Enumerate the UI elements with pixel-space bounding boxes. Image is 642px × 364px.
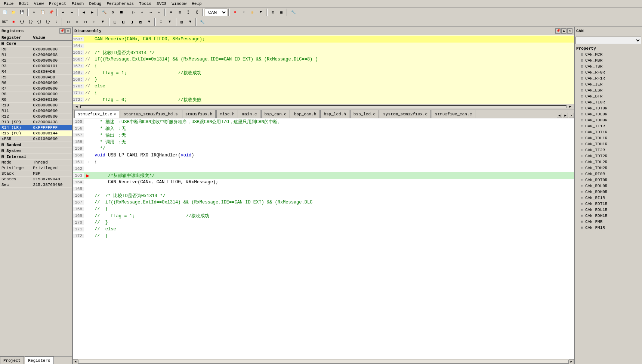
tab-misc[interactable]: misc.h [216,110,238,118]
can-instance-dropdown[interactable] [575,37,641,44]
menu-file[interactable]: File [1,1,16,7]
reg-mode[interactable]: Mode [0,160,31,165]
reg-r14lr[interactable]: R14 (LR) [0,125,31,131]
tab-next[interactable]: ▶ [563,113,568,118]
code-area[interactable]: 155 * 描述 ：USB中断和CAN接收中断服务程序，USB跟CAN公用I/O… [73,118,574,359]
tab-registers-side[interactable]: Registers [25,357,53,364]
can-reg-RDH0R[interactable]: ⊞ CAN_RDH0R [575,189,642,195]
can-reg-RDL1R[interactable]: ⊞ CAN_RDL1R [575,207,642,213]
tb-watch5[interactable]: ▼ [145,18,153,26]
reg-r5[interactable]: R5 [0,75,31,80]
can-reg-MSR[interactable]: ⊞ CAN_MSR [575,57,642,63]
can-reg-TSR[interactable]: ⊞ CAN_TSR [575,63,642,69]
disasm-pin[interactable]: 📌 [555,28,561,34]
tb-step-into[interactable]: ↓ [52,18,61,26]
disasm-expand[interactable]: ▲ [561,28,567,34]
tb-build[interactable]: 🔨 [100,8,108,16]
reg-stack[interactable]: Stack [0,171,31,177]
tab-can-c[interactable]: stm32f10x_can.c [432,110,475,118]
tb-bp[interactable]: ◎ [248,8,256,16]
tb-brk3[interactable]: {} [35,18,43,26]
tb-perf2[interactable]: ▼ [186,18,194,26]
tb-copy[interactable]: 📋 [38,8,47,16]
tb-mem1[interactable]: □ [157,18,165,26]
tb-redo[interactable]: ↪ [68,8,76,16]
reg-xpsr[interactable]: xPSR [0,136,31,142]
tb-ins1[interactable]: ≡ [167,8,175,16]
tab-close-all[interactable]: ✕ [569,113,574,118]
tb-save[interactable]: 💾 [18,8,26,16]
can-reg-RF0R[interactable]: ⊞ CAN_RF0R [575,69,642,75]
registers-close[interactable]: ✕ [65,28,71,34]
reg-r8[interactable]: R8 [0,91,31,97]
tb-stop[interactable]: ⏹ [117,8,126,16]
menu-tools[interactable]: Tools [137,1,154,7]
tb-ins4[interactable]: ⟪ [193,8,201,16]
reg-sec[interactable]: Sec [0,182,31,188]
tb-more[interactable]: ▼ [257,8,265,16]
can-reg-MCR[interactable]: ⊞ CAN_MCR [575,52,642,57]
tb-brk2[interactable]: {} [27,18,35,26]
tb-watch1[interactable]: ◫ [111,18,119,26]
tb-setup[interactable]: 🔧 [289,8,297,16]
reg-states[interactable]: States [0,177,31,182]
can-reg-TI0R[interactable]: ⊞ CAN_TI0R [575,99,642,105]
scroll-left2[interactable]: ◀ [73,359,78,364]
tab-stm32f10x-h[interactable]: stm32f10x.h [182,110,216,118]
can-reg-TDL2R[interactable]: ⊞ CAN_TDL2R [575,159,642,165]
reg-r10[interactable]: R10 [0,103,31,108]
tb-view2[interactable]: ▦ [277,8,285,16]
can-reg-RI0R[interactable]: ⊞ CAN_RI0R [575,171,642,177]
menu-flash[interactable]: Flash [69,1,86,7]
can-reg-RDH1R[interactable]: ⊞ CAN_RDH1R [575,213,642,219]
reg-r6[interactable]: R6 [0,80,31,86]
menu-edit[interactable]: Edit [16,1,31,7]
can-reg-ESR[interactable]: ⊞ CAN_ESR [575,87,642,93]
tb-run[interactable]: ● [231,8,239,16]
tb-view[interactable]: ⊞ [269,8,277,16]
tb-paste[interactable]: 📌 [47,8,55,16]
tb-wrench[interactable]: 🔧 [198,18,206,26]
reg-r9[interactable]: R9 [0,97,31,103]
tb-asm4[interactable]: ⊞ [90,18,98,26]
tb-ins3[interactable]: ⟫ [184,8,192,16]
can-reg-IER[interactable]: ⊞ CAN_IER [575,81,642,87]
can-reg-TDH0R[interactable]: ⊞ CAN_TDH0R [575,117,642,123]
reg-r0[interactable]: R0 [0,47,31,52]
tb-dbg2[interactable]: ⇒ [138,8,146,16]
can-reg-TDT2R[interactable]: ⊞ CAN_TDT2R [575,153,642,159]
tab-startup[interactable]: startup_stm32f10x_hd.s [120,110,181,118]
scroll-track2[interactable] [78,360,569,364]
tb-rst[interactable]: RST [1,18,9,26]
can-reg-TDH1R[interactable]: ⊞ CAN_TDH1R [575,141,642,147]
menu-view[interactable]: View [32,1,46,7]
tab-main[interactable]: main.c [239,110,260,118]
tb-asm5[interactable]: ▼ [99,18,107,26]
reg-r4[interactable]: R4 [0,69,31,75]
tb-cut[interactable]: ✂ [30,8,38,16]
can-reg-RI1R[interactable]: ⊞ CAN_RI1R [575,195,642,201]
can-reg-RF1R[interactable]: ⊞ CAN_RF1R [575,75,642,81]
tab-bsp-can-c[interactable]: bsp_can.c [261,110,290,118]
tab-system[interactable]: system_stm32f10x.c [380,110,431,118]
tb-brk1[interactable]: {} [18,18,26,26]
tb-dbg1[interactable]: ▷ [129,8,138,16]
tab-project-side[interactable]: Project [0,357,24,364]
reg-r3[interactable]: R3 [0,63,31,69]
can-reg-FMR[interactable]: ⊞ CAN_FMR [575,219,642,225]
scroll-left-btn[interactable]: ◀ [73,105,80,109]
tab-bsp-can-h[interactable]: bsp_can.h [291,110,320,118]
reg-r15pc[interactable]: R15 (PC) [0,131,31,136]
tb-ins2[interactable]: ≣ [176,8,184,16]
reg-r7[interactable]: R7 [0,86,31,91]
reg-r11[interactable]: R11 [0,108,31,114]
can-reg-RDL0R[interactable]: ⊞ CAN_RDL0R [575,183,642,189]
tb-mem2[interactable]: ▼ [166,18,174,26]
tb-brk4[interactable]: {} [44,18,52,26]
can-reg-TDL1R[interactable]: ⊞ CAN_TDL1R [575,135,642,141]
scroll-right-btn[interactable]: ▶ [567,105,574,109]
tab-bsp-led-c[interactable]: bsp_led.c [350,110,379,118]
menu-project[interactable]: Project [47,1,68,7]
can-reg-RDT0R[interactable]: ⊞ CAN_RDT0R [575,177,642,183]
tb-asm1[interactable]: ⊡ [64,18,72,26]
